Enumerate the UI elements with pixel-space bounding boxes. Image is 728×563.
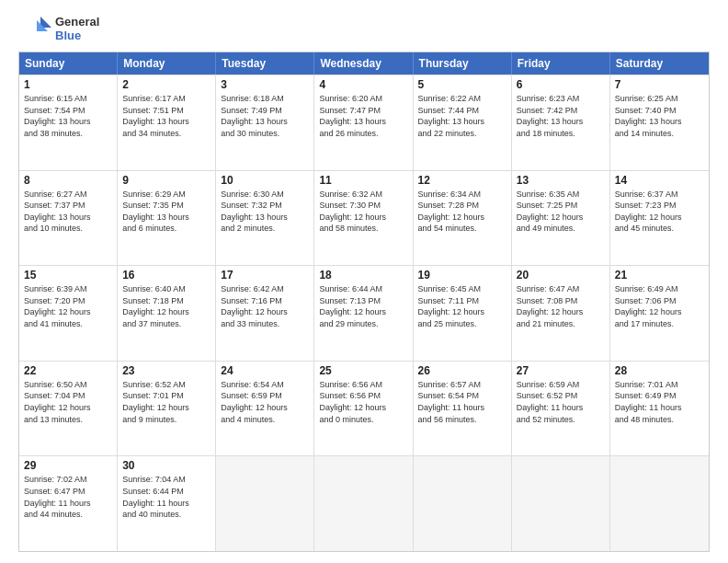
day-number: 1 [24,78,112,91]
day-cell-8: 8Sunrise: 6:27 AMSunset: 7:37 PMDaylight… [19,171,118,266]
day-info: Sunrise: 6:27 AMSunset: 7:37 PMDaylight:… [24,189,112,235]
logo-general: General [55,16,99,29]
day-cell-20: 20Sunrise: 6:47 AMSunset: 7:08 PMDayligh… [512,266,610,361]
day-info: Sunrise: 6:23 AMSunset: 7:42 PMDaylight:… [517,93,605,139]
day-cell-19: 19Sunrise: 6:45 AMSunset: 7:11 PMDayligh… [414,266,512,361]
day-number: 10 [221,174,309,187]
day-cell-16: 16Sunrise: 6:40 AMSunset: 7:18 PMDayligh… [118,266,216,361]
day-info: Sunrise: 6:22 AMSunset: 7:44 PMDaylight:… [418,93,506,139]
day-number: 4 [319,78,407,91]
day-number: 14 [615,174,704,187]
day-cell-24: 24Sunrise: 6:54 AMSunset: 6:59 PMDayligh… [216,362,314,456]
page: GeneralBlue SundayMondayTuesdayWednesday… [0,0,728,563]
day-number: 8 [24,174,112,187]
day-number: 2 [122,78,210,91]
day-cell-14: 14Sunrise: 6:37 AMSunset: 7:23 PMDayligh… [610,171,709,266]
day-number: 22 [24,364,112,377]
day-cell-9: 9Sunrise: 6:29 AMSunset: 7:35 PMDaylight… [118,171,216,266]
col-header-monday: Monday [118,52,216,75]
col-header-tuesday: Tuesday [216,52,314,75]
day-cell-22: 22Sunrise: 6:50 AMSunset: 7:04 PMDayligh… [19,362,118,456]
day-number: 5 [418,78,506,91]
day-number: 7 [615,78,704,91]
day-number: 20 [517,269,605,282]
calendar: SundayMondayTuesdayWednesdayThursdayFrid… [18,52,710,552]
empty-cell [512,456,610,551]
day-cell-15: 15Sunrise: 6:39 AMSunset: 7:20 PMDayligh… [19,266,118,361]
day-cell-13: 13Sunrise: 6:35 AMSunset: 7:25 PMDayligh… [512,171,610,266]
day-number: 26 [418,364,506,377]
calendar-header-row: SundayMondayTuesdayWednesdayThursdayFrid… [19,52,709,75]
day-number: 11 [319,174,407,187]
day-info: Sunrise: 6:15 AMSunset: 7:54 PMDaylight:… [24,93,112,139]
day-number: 24 [221,364,309,377]
day-cell-30: 30Sunrise: 7:04 AMSunset: 6:44 PMDayligh… [118,456,216,551]
day-info: Sunrise: 6:54 AMSunset: 6:59 PMDaylight:… [221,379,309,425]
day-number: 17 [221,269,309,282]
day-info: Sunrise: 6:45 AMSunset: 7:11 PMDaylight:… [418,283,506,329]
week-row-2: 8Sunrise: 6:27 AMSunset: 7:37 PMDaylight… [19,170,709,266]
logo-blue: Blue [55,29,99,43]
empty-cell [314,456,413,551]
day-number: 28 [615,364,704,377]
day-number: 9 [122,174,210,187]
day-number: 16 [122,269,210,282]
day-info: Sunrise: 6:29 AMSunset: 7:35 PMDaylight:… [122,189,210,235]
day-number: 13 [517,174,605,187]
day-info: Sunrise: 6:56 AMSunset: 6:56 PMDaylight:… [319,379,407,425]
col-header-friday: Friday [512,52,610,75]
day-cell-5: 5Sunrise: 6:22 AMSunset: 7:44 PMDaylight… [414,75,512,170]
day-number: 6 [517,78,605,91]
day-info: Sunrise: 6:37 AMSunset: 7:23 PMDaylight:… [615,189,704,235]
logo: GeneralBlue [18,15,99,44]
day-cell-12: 12Sunrise: 6:34 AMSunset: 7:28 PMDayligh… [414,171,512,266]
day-cell-27: 27Sunrise: 6:59 AMSunset: 6:52 PMDayligh… [512,362,610,456]
day-info: Sunrise: 6:32 AMSunset: 7:30 PMDaylight:… [319,189,407,235]
day-info: Sunrise: 6:44 AMSunset: 7:13 PMDaylight:… [319,283,407,329]
day-cell-26: 26Sunrise: 6:57 AMSunset: 6:54 PMDayligh… [414,362,512,456]
day-cell-18: 18Sunrise: 6:44 AMSunset: 7:13 PMDayligh… [314,266,413,361]
day-cell-21: 21Sunrise: 6:49 AMSunset: 7:06 PMDayligh… [610,266,709,361]
day-info: Sunrise: 6:42 AMSunset: 7:16 PMDaylight:… [221,283,309,329]
day-info: Sunrise: 6:20 AMSunset: 7:47 PMDaylight:… [319,93,407,139]
col-header-thursday: Thursday [414,52,512,75]
day-number: 30 [122,459,210,472]
day-info: Sunrise: 6:59 AMSunset: 6:52 PMDaylight:… [517,379,605,425]
day-number: 18 [319,269,407,282]
header: GeneralBlue [18,15,710,44]
day-info: Sunrise: 7:04 AMSunset: 6:44 PMDaylight:… [122,474,210,520]
day-info: Sunrise: 6:47 AMSunset: 7:08 PMDaylight:… [517,283,605,329]
day-cell-6: 6Sunrise: 6:23 AMSunset: 7:42 PMDaylight… [512,75,610,170]
calendar-body: 1Sunrise: 6:15 AMSunset: 7:54 PMDaylight… [19,75,709,551]
col-header-saturday: Saturday [610,52,709,75]
day-info: Sunrise: 7:01 AMSunset: 6:49 PMDaylight:… [615,379,704,425]
day-number: 29 [24,459,112,472]
day-info: Sunrise: 6:30 AMSunset: 7:32 PMDaylight:… [221,189,309,235]
day-cell-7: 7Sunrise: 6:25 AMSunset: 7:40 PMDaylight… [610,75,709,170]
day-cell-23: 23Sunrise: 6:52 AMSunset: 7:01 PMDayligh… [118,362,216,456]
day-info: Sunrise: 7:02 AMSunset: 6:47 PMDaylight:… [24,474,112,520]
day-cell-3: 3Sunrise: 6:18 AMSunset: 7:49 PMDaylight… [216,75,314,170]
day-number: 21 [615,269,704,282]
day-info: Sunrise: 6:57 AMSunset: 6:54 PMDaylight:… [418,379,506,425]
day-cell-4: 4Sunrise: 6:20 AMSunset: 7:47 PMDaylight… [314,75,413,170]
day-info: Sunrise: 6:40 AMSunset: 7:18 PMDaylight:… [122,283,210,329]
day-number: 19 [418,269,506,282]
col-header-wednesday: Wednesday [314,52,413,75]
day-cell-11: 11Sunrise: 6:32 AMSunset: 7:30 PMDayligh… [314,171,413,266]
week-row-4: 22Sunrise: 6:50 AMSunset: 7:04 PMDayligh… [19,361,709,456]
col-header-sunday: Sunday [19,52,118,75]
day-info: Sunrise: 6:18 AMSunset: 7:49 PMDaylight:… [221,93,309,139]
day-info: Sunrise: 6:49 AMSunset: 7:06 PMDaylight:… [615,283,704,329]
day-info: Sunrise: 6:34 AMSunset: 7:28 PMDaylight:… [418,189,506,235]
week-row-5: 29Sunrise: 7:02 AMSunset: 6:47 PMDayligh… [19,455,709,551]
day-cell-2: 2Sunrise: 6:17 AMSunset: 7:51 PMDaylight… [118,75,216,170]
day-number: 15 [24,269,112,282]
week-row-3: 15Sunrise: 6:39 AMSunset: 7:20 PMDayligh… [19,265,709,361]
empty-cell [610,456,709,551]
day-cell-17: 17Sunrise: 6:42 AMSunset: 7:16 PMDayligh… [216,266,314,361]
day-number: 3 [221,78,309,91]
empty-cell [414,456,512,551]
day-number: 27 [517,364,605,377]
day-cell-25: 25Sunrise: 6:56 AMSunset: 6:56 PMDayligh… [314,362,413,456]
